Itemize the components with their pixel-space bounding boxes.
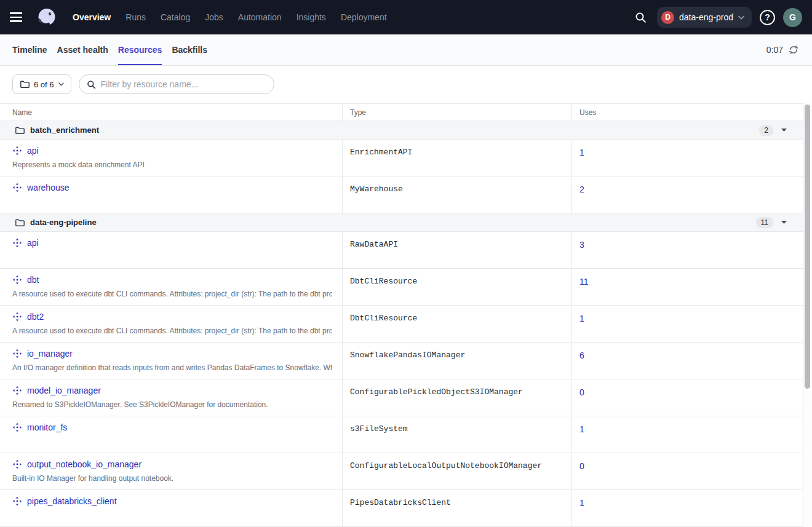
nav-item-jobs[interactable]: Jobs — [205, 12, 223, 22]
nav-item-deployment[interactable]: Deployment — [341, 12, 387, 22]
group-name: data-eng-pipeline — [30, 218, 97, 227]
group-name: batch_enrichment — [30, 125, 99, 135]
folder-icon — [15, 218, 25, 228]
resource-row: dbt A resource used to execute dbt CLI c… — [0, 269, 803, 306]
search-icon — [87, 80, 96, 89]
resource-type: DbtCliResource — [343, 269, 572, 305]
nav-item-insights[interactable]: Insights — [297, 12, 326, 22]
resource-row: dbt2 A resource used to execute dbt CLI … — [0, 306, 803, 343]
scrollbar-track[interactable] — [803, 103, 812, 527]
filter-bar: 6 of 6 — [0, 66, 812, 103]
nav-item-runs[interactable]: Runs — [125, 12, 146, 22]
user-avatar[interactable]: G — [783, 8, 802, 27]
resource-uses-link[interactable]: 1 — [579, 148, 584, 157]
resource-description: Renamed to S3PickleIOManager. See S3Pick… — [12, 400, 332, 409]
tabs: TimelineAsset healthResourcesBackfills — [12, 34, 207, 65]
resource-uses-link[interactable]: 1 — [579, 498, 584, 508]
repo-filter-label: 6 of 6 — [34, 80, 54, 89]
resource-name-link[interactable]: output_notebook_io_manager — [27, 459, 141, 469]
resource-uses-link[interactable]: 11 — [579, 277, 589, 287]
resource-uses-link[interactable]: 1 — [579, 314, 584, 323]
resource-row: monitor_fs s3FileSystem 1 — [0, 416, 803, 453]
resource-icon — [12, 422, 22, 432]
resource-icon — [12, 459, 22, 469]
column-header-uses: Uses — [572, 104, 803, 121]
table-body: batch_enrichment 2 api Represents a mock… — [0, 121, 803, 527]
resource-name-link[interactable]: api — [27, 238, 39, 248]
resource-name-link[interactable]: dbt — [27, 275, 39, 285]
resource-name-link[interactable]: warehouse — [27, 183, 70, 192]
resource-type: SnowflakePandasIOManager — [343, 343, 572, 379]
resource-icon — [12, 496, 22, 506]
chevron-down-icon — [738, 15, 744, 20]
resource-type: PipesDatabricksClient — [343, 490, 572, 526]
help-icon[interactable]: ? — [760, 10, 775, 25]
resource-row: api RawDataAPI 3 — [0, 232, 803, 269]
resource-description: An I/O manager definition that reads inp… — [12, 363, 332, 372]
resource-search-input[interactable] — [101, 79, 266, 89]
nav-item-overview[interactable]: Overview — [73, 12, 111, 22]
resource-type: s3FileSystem — [343, 416, 572, 453]
tab-asset-health[interactable]: Asset health — [57, 34, 108, 65]
resource-group-row-data-eng-pipeline[interactable]: data-eng-pipeline 11 — [0, 213, 803, 232]
dagster-logo-icon[interactable] — [36, 6, 58, 28]
refresh-timer: 0:07 — [766, 45, 783, 55]
resource-name-link[interactable]: model_io_manager — [27, 386, 101, 395]
resource-search-box — [79, 74, 274, 94]
nav-item-catalog[interactable]: Catalog — [161, 12, 190, 22]
resource-name-link[interactable]: pipes_databricks_client — [27, 496, 117, 506]
group-count-badge: 11 — [756, 217, 773, 228]
workspace-switcher[interactable]: D data-eng-prod — [657, 7, 752, 28]
menu-icon[interactable] — [10, 9, 27, 26]
resources-table: Name Type Uses batch_enrichment 2 — [0, 103, 803, 527]
resource-row: api Represents a mock data enrichment AP… — [0, 140, 803, 176]
collapse-caret-icon[interactable] — [781, 221, 787, 224]
collapse-caret-icon[interactable] — [781, 129, 787, 132]
resource-type: MyWarehouse — [343, 176, 572, 213]
resource-name-link[interactable]: dbt2 — [27, 312, 44, 322]
refresh-icon[interactable] — [789, 45, 798, 55]
resource-group-row-batch-enrichment[interactable]: batch_enrichment 2 — [0, 121, 803, 140]
resource-uses-link[interactable]: 0 — [579, 461, 584, 471]
nav-items: OverviewRunsCatalogJobsAutomationInsight… — [73, 12, 387, 22]
resource-type: DbtCliResource — [343, 306, 572, 342]
resource-uses-link[interactable]: 3 — [579, 240, 584, 250]
workspace-initial-badge: D — [661, 11, 674, 24]
tab-bar: TimelineAsset healthResourcesBackfills 0… — [0, 34, 812, 66]
resource-type: ConfigurableLocalOutputNotebookIOManager — [343, 453, 572, 489]
resource-description: Represents a mock data enrichment API — [12, 160, 332, 169]
tab-timeline[interactable]: Timeline — [12, 34, 47, 65]
column-header-name: Name — [0, 104, 343, 121]
repo-filter-button[interactable]: 6 of 6 — [12, 74, 71, 94]
group-count-badge: 2 — [759, 125, 773, 136]
table-header: Name Type Uses — [0, 103, 803, 121]
column-header-type: Type — [343, 104, 572, 121]
resource-type: ConfigurablePickledObjectS3IOManager — [343, 379, 572, 416]
resource-description: Built-in IO Manager for handling output … — [12, 474, 332, 483]
nav-item-automation[interactable]: Automation — [238, 12, 282, 22]
resource-uses-link[interactable]: 0 — [579, 387, 584, 397]
resource-icon — [12, 238, 22, 248]
tab-backfills[interactable]: Backfills — [172, 34, 207, 65]
resource-type: EnrichmentAPI — [343, 140, 572, 176]
tab-resources[interactable]: Resources — [118, 34, 162, 65]
resource-description: A resource used to execute dbt CLI comma… — [12, 290, 332, 298]
resource-uses-link[interactable]: 1 — [579, 424, 584, 434]
resource-icon — [12, 312, 22, 322]
scrollbar-thumb[interactable] — [805, 105, 810, 389]
workspace-name: data-eng-prod — [679, 12, 733, 22]
resource-row: model_io_manager Renamed to S3PickleIOMa… — [0, 379, 803, 416]
top-navbar: OverviewRunsCatalogJobsAutomationInsight… — [0, 0, 812, 34]
folder-icon — [15, 125, 25, 135]
resource-name-link[interactable]: api — [27, 146, 39, 156]
resource-row: pipes_databricks_client PipesDatabricksC… — [0, 490, 803, 527]
resource-name-link[interactable]: monitor_fs — [27, 422, 67, 432]
resource-icon — [12, 386, 22, 395]
search-icon[interactable] — [632, 9, 649, 26]
resource-uses-link[interactable]: 2 — [579, 184, 584, 194]
resource-uses-link[interactable]: 6 — [579, 351, 584, 360]
resource-icon — [12, 183, 22, 192]
folder-icon — [20, 79, 30, 89]
resource-name-link[interactable]: io_manager — [27, 349, 73, 359]
nav-right: D data-eng-prod ? G — [632, 7, 802, 28]
